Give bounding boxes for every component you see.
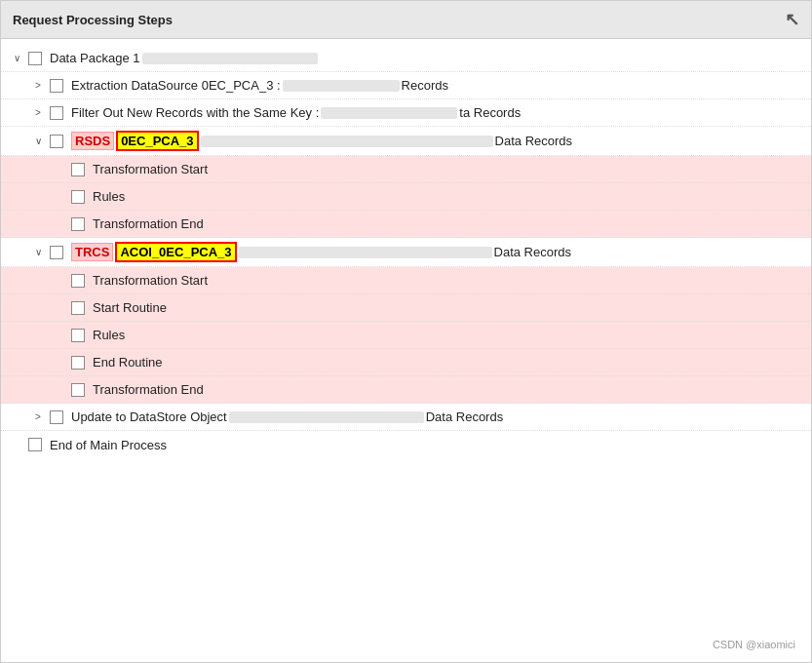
label-text: ta Records (459, 105, 521, 120)
blurred-text: ████████████ (229, 411, 424, 423)
expand-placeholder (52, 162, 67, 177)
tree-row-extraction-datasource: >Extraction DataSource 0EC_PCA_3 :██████… (1, 72, 811, 99)
row-label-trcs-rules: Rules (93, 328, 125, 342)
tree-row-filter-out: >Filter Out New Records with the Same Ke… (1, 99, 811, 127)
tree-row-rsds-transformation-start: Transformation Start (1, 156, 811, 183)
label-text: Rules (93, 328, 125, 342)
checkbox-rsds-transformation-start[interactable] (71, 163, 85, 176)
label-highlight-red: TRCS (71, 243, 113, 261)
checkbox-rsds-transformation-end[interactable] (71, 217, 85, 231)
row-label-trcs-row: TRCSACOI_0EC_PCA_3████████████Data Recor… (71, 242, 571, 262)
tree-row-trcs-transformation-end: Transformation End (1, 376, 811, 404)
blurred-text: ████████████ (283, 80, 400, 92)
row-label-update-datastore: Update to DataStore Object████████████Da… (71, 410, 503, 424)
label-text: Transformation Start (93, 273, 208, 288)
label-text: Start Routine (93, 300, 167, 315)
collapse-button[interactable]: ∨ (30, 134, 46, 149)
row-label-extraction-datasource: Extraction DataSource 0EC_PCA_3 :███████… (71, 78, 448, 93)
label-highlight-yellow: ACOI_0EC_PCA_3 (115, 242, 236, 262)
label-text: Transformation End (93, 382, 204, 397)
checkbox-trcs-transformation-start[interactable] (71, 274, 85, 288)
tree-row-trcs-transformation-start: Transformation Start (1, 267, 811, 294)
row-label-rsds-row: RSDS0EC_PCA_3████████████Data Records (71, 131, 572, 151)
watermark: CSDN @xiaomici (713, 639, 795, 650)
collapse-button[interactable]: ∨ (30, 245, 46, 260)
checkbox-extraction-datasource[interactable] (50, 79, 63, 93)
tree-row-rsds-transformation-end: Transformation End (1, 211, 811, 238)
row-label-rsds-rules: Rules (93, 189, 125, 204)
blurred-text: ████████████ (239, 247, 492, 258)
tree-row-rsds-rules: Rules (1, 183, 811, 211)
label-text: Extraction DataSource 0EC_PCA_3 : (71, 78, 281, 93)
expand-button[interactable]: > (30, 78, 46, 94)
expand-placeholder (52, 328, 67, 343)
label-text: Update to DataStore Object (71, 410, 227, 424)
checkbox-trcs-transformation-end[interactable] (71, 383, 85, 397)
label-highlight-red: RSDS (71, 132, 114, 150)
checkbox-rsds-row[interactable] (50, 135, 63, 148)
blurred-text: ████████████ (201, 136, 493, 147)
expand-placeholder (52, 216, 67, 232)
expand-placeholder (9, 437, 24, 452)
label-highlight-yellow: 0EC_PCA_3 (116, 131, 198, 151)
tree-row-trcs-rules: Rules (1, 322, 811, 349)
label-text: Data Records (495, 134, 572, 148)
row-label-data-package-1: Data Package 1████████████ (50, 51, 318, 65)
label-text: Filter Out New Records with the Same Key… (71, 105, 319, 120)
main-container: Request Processing Steps ↖ ∨Data Package… (0, 0, 812, 663)
row-label-trcs-transformation-end: Transformation End (93, 382, 204, 397)
checkbox-filter-out[interactable] (50, 106, 63, 120)
label-text: Data Package 1 (50, 51, 140, 65)
collapse-button[interactable]: ∨ (9, 51, 24, 66)
tree-row-trcs-row: ∨TRCSACOI_0EC_PCA_3████████████Data Reco… (1, 238, 811, 267)
expand-placeholder (52, 382, 67, 398)
label-text: End of Main Process (50, 438, 167, 452)
checkbox-end-of-main[interactable] (28, 438, 42, 451)
tree-row-data-package-1: ∨Data Package 1████████████ (1, 45, 811, 72)
checkbox-rsds-rules[interactable] (71, 190, 85, 204)
tree-row-update-datastore: >Update to DataStore Object████████████D… (1, 404, 811, 431)
expand-button[interactable]: > (30, 410, 46, 425)
row-label-end-of-main: End of Main Process (50, 438, 167, 452)
panel-header: Request Processing Steps ↖ (1, 1, 811, 39)
blurred-text: ████████████ (142, 53, 318, 64)
checkbox-trcs-row[interactable] (50, 246, 63, 259)
tree-view: ∨Data Package 1████████████>Extraction D… (1, 39, 811, 464)
checkbox-trcs-end-routine[interactable] (71, 356, 85, 370)
row-label-rsds-transformation-end: Transformation End (93, 216, 204, 231)
label-text: Data Records (494, 245, 571, 259)
checkbox-data-package-1[interactable] (28, 52, 42, 65)
row-label-trcs-start-routine: Start Routine (93, 300, 167, 315)
expand-placeholder (52, 273, 67, 289)
label-text: Records (402, 78, 448, 93)
label-text: Transformation Start (93, 162, 208, 176)
cursor-icon: ↖ (785, 9, 799, 30)
expand-placeholder (52, 355, 67, 370)
row-label-rsds-transformation-start: Transformation Start (93, 162, 208, 176)
expand-button[interactable]: > (30, 105, 46, 121)
row-label-trcs-end-routine: End Routine (93, 355, 163, 370)
header-title: Request Processing Steps (13, 13, 173, 27)
expand-placeholder (52, 300, 67, 316)
tree-row-trcs-end-routine: End Routine (1, 349, 811, 376)
tree-row-rsds-row: ∨RSDS0EC_PCA_3████████████Data Records (1, 127, 811, 156)
label-text: Data Records (426, 410, 503, 424)
label-text: Transformation End (93, 216, 204, 231)
checkbox-trcs-rules[interactable] (71, 329, 85, 342)
tree-row-end-of-main: End of Main Process (1, 431, 811, 458)
expand-placeholder (52, 189, 67, 205)
checkbox-trcs-start-routine[interactable] (71, 301, 85, 315)
label-text: End Routine (93, 355, 163, 370)
row-label-trcs-transformation-start: Transformation Start (93, 273, 208, 288)
row-label-filter-out: Filter Out New Records with the Same Key… (71, 105, 521, 120)
blurred-text: ████████████ (321, 107, 457, 119)
label-text: Rules (93, 189, 125, 204)
tree-row-trcs-start-routine: Start Routine (1, 294, 811, 322)
checkbox-update-datastore[interactable] (50, 410, 63, 424)
